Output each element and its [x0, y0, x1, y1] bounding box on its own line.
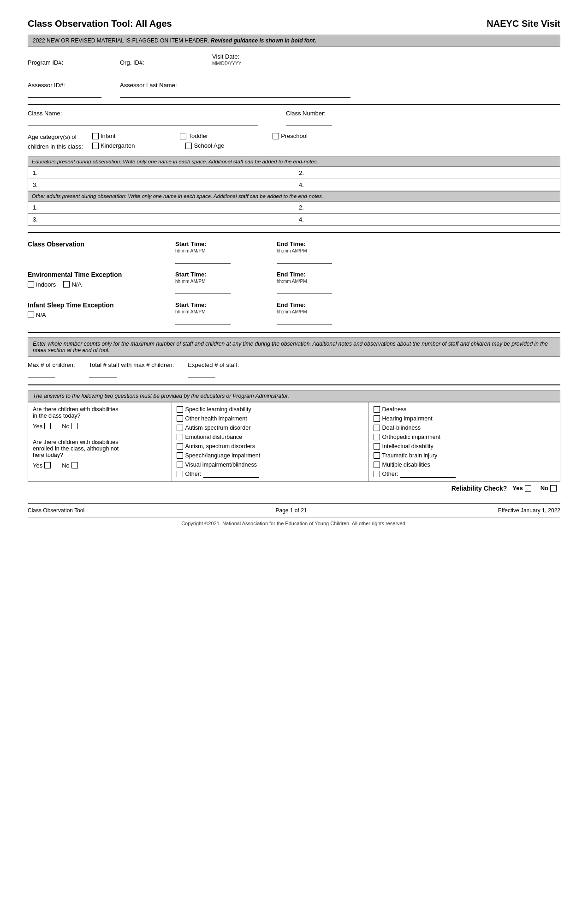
- dis-deafness-checkbox[interactable]: [374, 406, 380, 413]
- dis-specific-learning-checkbox[interactable]: [177, 406, 183, 413]
- dis-multiple[interactable]: Multiple disabilities: [374, 462, 555, 468]
- divider-4: [28, 384, 560, 385]
- school-age-checkbox[interactable]: [185, 143, 192, 149]
- reliability-yes-checkbox[interactable]: [525, 485, 531, 492]
- dis-autism-spectrum-checkbox[interactable]: [177, 425, 183, 431]
- dis-other1[interactable]: Other:: [177, 471, 364, 478]
- dis-specific-learning-label: Specific learning disability: [185, 406, 251, 413]
- dis-visual[interactable]: Visual impairment/blindness: [177, 462, 364, 468]
- env-end-label: End Time:: [277, 271, 378, 278]
- educators-table: 1. 2. 3. 4.: [28, 167, 560, 191]
- dis-specific-learning[interactable]: Specific learning disability: [177, 406, 364, 413]
- class-obs-row: Class Observation Start Time: hh:mm AM/P…: [28, 240, 560, 264]
- dis-hearing[interactable]: Hearing impairment: [374, 415, 555, 422]
- age-category-label: Age category(s) of children in this clas…: [28, 132, 83, 152]
- age-preschool[interactable]: Preschool: [273, 132, 308, 139]
- reliability-yes[interactable]: Yes: [512, 485, 531, 492]
- kindergarten-checkbox[interactable]: [92, 143, 99, 149]
- env-start-input[interactable]: [175, 286, 231, 294]
- infant-start-input[interactable]: [175, 316, 231, 324]
- dis-autism-spectrum-disorders[interactable]: Autism, spectrum disorders: [177, 443, 364, 450]
- q1-yes-checkbox[interactable]: [44, 423, 51, 429]
- age-row-1: Infant Toddler Preschool: [92, 132, 308, 139]
- q2-yes[interactable]: Yes: [33, 462, 51, 469]
- dis-orthopedic[interactable]: Orthopedic impairment: [374, 434, 555, 440]
- class-number-input[interactable]: [286, 118, 332, 126]
- dis-deaf-blind[interactable]: Deaf-blindness: [374, 425, 555, 431]
- org-id-group: Org. ID#:: [120, 59, 194, 75]
- env-start-sub: hh:mm AM/PM: [175, 279, 277, 284]
- class-obs-end-label: End Time:: [277, 240, 378, 247]
- env-na[interactable]: N/A: [63, 281, 82, 288]
- dis-multiple-checkbox[interactable]: [374, 462, 380, 468]
- env-end-input[interactable]: [277, 286, 332, 294]
- dis-multiple-label: Multiple disabilities: [382, 462, 430, 468]
- env-indoors[interactable]: Indoors: [28, 281, 56, 288]
- infant-checkbox[interactable]: [92, 133, 99, 139]
- age-school-age[interactable]: School Age: [185, 142, 224, 149]
- dis-orthopedic-checkbox[interactable]: [374, 434, 380, 440]
- dis-other-health[interactable]: Other health impairment: [177, 415, 364, 422]
- max-children-input[interactable]: [28, 370, 55, 378]
- total-staff-input[interactable]: [89, 370, 117, 378]
- reliability-no[interactable]: No: [540, 485, 557, 492]
- assessor-row: Assessor ID#: Assessor Last Name:: [28, 82, 560, 98]
- dis-deafness[interactable]: Deafness: [374, 406, 555, 413]
- dis-autism-spectrum-disorders-checkbox[interactable]: [177, 443, 183, 450]
- dis-traumatic-brain[interactable]: Traumatic brain injury: [374, 452, 555, 459]
- dis-traumatic-brain-checkbox[interactable]: [374, 452, 380, 459]
- preschool-checkbox[interactable]: [273, 133, 279, 139]
- q2-no-label: No: [62, 462, 70, 469]
- env-na-checkbox[interactable]: [63, 281, 70, 288]
- org-id-input[interactable]: [120, 67, 194, 75]
- dis-deaf-blind-checkbox[interactable]: [374, 425, 380, 431]
- assessor-lastname-input[interactable]: [120, 90, 350, 98]
- copyright-line: Copyright ©2021. National Association fo…: [28, 517, 560, 526]
- program-id-group: Program ID#:: [28, 59, 101, 75]
- dis-hearing-checkbox[interactable]: [374, 415, 380, 422]
- class-obs-start-input[interactable]: [175, 255, 231, 264]
- visit-date-input[interactable]: [212, 67, 286, 75]
- infant-na-label: N/A: [36, 312, 46, 318]
- class-obs-end-input[interactable]: [277, 255, 332, 264]
- dis-other2[interactable]: Other:: [374, 471, 555, 478]
- dis-autism-spectrum[interactable]: Autism spectrum disorder: [177, 425, 364, 431]
- visit-date-sub: MM/DD/YYYY: [212, 61, 286, 66]
- infant-na-checkbox[interactable]: [28, 312, 34, 318]
- q1-yes[interactable]: Yes: [33, 423, 51, 430]
- dis-other2-checkbox[interactable]: [374, 471, 380, 477]
- dis-speech-language[interactable]: Speech/language impairment: [177, 452, 364, 459]
- dis-emotional[interactable]: Emotional disturbance: [177, 434, 364, 440]
- dis-other-health-checkbox[interactable]: [177, 415, 183, 422]
- q2-no-checkbox[interactable]: [71, 462, 78, 468]
- dis-speech-language-checkbox[interactable]: [177, 452, 183, 459]
- env-exception-label: Environmental Time Exception: [28, 271, 175, 278]
- class-name-input[interactable]: [28, 118, 258, 126]
- infant-end-input[interactable]: [277, 316, 332, 324]
- toddler-checkbox[interactable]: [180, 133, 186, 139]
- dis-intellectual-checkbox[interactable]: [374, 443, 380, 450]
- dis-visual-checkbox[interactable]: [177, 462, 183, 468]
- program-id-input[interactable]: [28, 67, 101, 75]
- q2-yes-checkbox[interactable]: [44, 462, 51, 468]
- q1-no-checkbox[interactable]: [71, 423, 78, 429]
- expected-staff-group: Expected # of staff:: [188, 361, 239, 378]
- dis-speech-language-label: Speech/language impairment: [185, 452, 261, 459]
- assessor-id-input[interactable]: [28, 90, 101, 98]
- age-toddler[interactable]: Toddler: [180, 132, 208, 139]
- dis-other2-input[interactable]: [400, 471, 456, 478]
- dis-other1-input[interactable]: [203, 471, 259, 478]
- age-kindergarten[interactable]: Kindergarten: [92, 142, 135, 149]
- expected-staff-input[interactable]: [188, 370, 215, 378]
- q2-no[interactable]: No: [62, 462, 78, 469]
- age-infant[interactable]: Infant: [92, 132, 116, 139]
- q1-no[interactable]: No: [62, 423, 78, 430]
- dis-emotional-checkbox[interactable]: [177, 434, 183, 440]
- other-adult-2: 2.: [294, 201, 560, 213]
- infant-na[interactable]: N/A: [28, 312, 175, 318]
- dis-intellectual[interactable]: Intellectual disability: [374, 443, 555, 450]
- dis-other1-checkbox[interactable]: [177, 471, 183, 477]
- reliability-no-checkbox[interactable]: [550, 485, 557, 492]
- env-na-label: N/A: [71, 281, 82, 288]
- env-indoors-checkbox[interactable]: [28, 281, 34, 288]
